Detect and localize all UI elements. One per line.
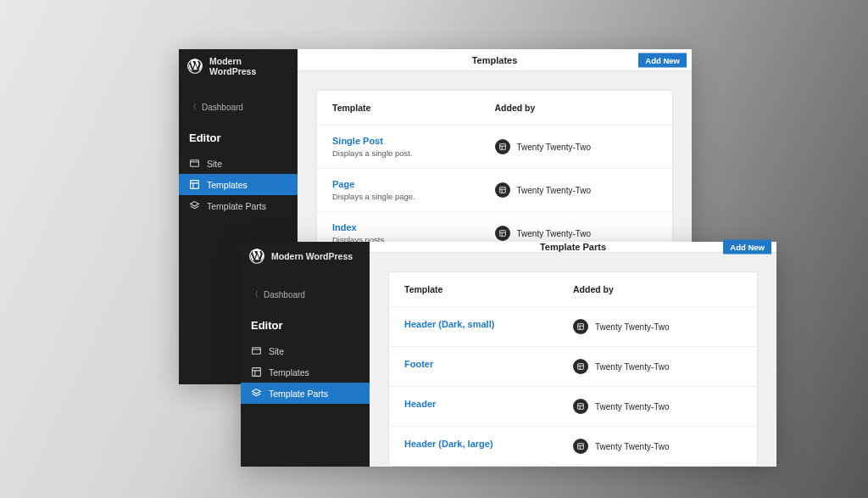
site-header[interactable]: Modern WordPress [179, 49, 298, 83]
template-name-link[interactable]: Page [332, 179, 495, 189]
site-name: Modern WordPress [209, 56, 289, 76]
theme-name: Twenty Twenty-Two [595, 322, 670, 332]
editor-title: Editor [241, 309, 370, 340]
sidebar-item-templates[interactable]: Templates [179, 174, 298, 195]
template-part-name-link[interactable]: Header (Dark, small) [404, 319, 573, 329]
template-desc: Displays a single post. [332, 148, 495, 158]
theme-icon [495, 182, 510, 198]
table-row[interactable]: Page Displays a single page. Twenty Twen… [317, 169, 672, 212]
sidebar-item-label: Site [207, 159, 222, 169]
add-new-button[interactable]: Add New [638, 53, 687, 67]
sidebar-item-label: Template Parts [269, 389, 328, 399]
theme-icon [495, 139, 510, 154]
sidebar-item-label: Site [269, 346, 284, 356]
layout-icon [251, 367, 262, 378]
table-row[interactable]: Header (Dark, small) Twenty Twenty-Two [389, 307, 757, 347]
col-header-template: Template [404, 284, 573, 294]
sidebar-item-template-parts[interactable]: Template Parts [179, 195, 298, 216]
template-desc: Displays a single page. [332, 192, 495, 201]
chevron-left-icon: 〈 [189, 102, 197, 113]
theme-name: Twenty Twenty-Two [517, 229, 592, 238]
template-name-link[interactable]: Index [332, 222, 495, 232]
wordpress-logo-icon [187, 59, 203, 74]
svg-rect-9 [578, 324, 584, 330]
table-row[interactable]: Footer Twenty Twenty-Two [389, 347, 757, 387]
svg-rect-8 [253, 368, 261, 377]
symbol-icon [189, 200, 200, 211]
col-header-template: Template [332, 103, 495, 113]
theme-icon [495, 226, 510, 241]
editor-title: Editor [179, 121, 298, 153]
table-header: Template Added by [317, 91, 672, 126]
back-label: Dashboard [202, 103, 243, 112]
template-part-name-link[interactable]: Header (Dark, large) [404, 439, 573, 449]
sidebar-item-label: Templates [207, 180, 248, 190]
theme-name: Twenty Twenty-Two [517, 186, 592, 195]
sidebar-item-templates[interactable]: Templates [241, 361, 370, 383]
sidebar-item-site[interactable]: Site [179, 153, 298, 174]
theme-icon [573, 319, 588, 334]
svg-rect-2 [191, 181, 199, 189]
sidebar-item-template-parts[interactable]: Template Parts [241, 383, 370, 404]
svg-rect-4 [499, 187, 505, 193]
browse-icon [251, 345, 262, 356]
add-new-button[interactable]: Add New [723, 240, 771, 255]
sidebar-item-label: Templates [269, 367, 309, 378]
site-name: Modern WordPress [271, 251, 353, 261]
browse-icon [189, 158, 200, 169]
svg-rect-7 [253, 348, 261, 355]
theme-icon [573, 359, 588, 374]
templates-table: Template Added by Single Post Displays a… [316, 90, 673, 255]
template-parts-table: Template Added by Header (Dark, small) T… [388, 271, 758, 467]
template-part-name-link[interactable]: Header [404, 399, 573, 409]
theme-name: Twenty Twenty-Two [595, 402, 670, 411]
symbol-icon [251, 388, 262, 399]
table-row[interactable]: Single Post Displays a single post. Twen… [317, 126, 672, 169]
theme-name: Twenty Twenty-Two [517, 143, 592, 152]
page-title: Template Parts [540, 242, 606, 252]
sidebar: Modern WordPress 〈 Dashboard Editor Site… [241, 242, 370, 467]
go-back-dashboard[interactable]: 〈 Dashboard [179, 93, 298, 121]
col-header-added: Added by [495, 103, 658, 113]
template-name-link[interactable]: Single Post [332, 136, 495, 146]
svg-rect-3 [499, 144, 505, 150]
svg-rect-12 [578, 444, 584, 450]
theme-name: Twenty Twenty-Two [595, 362, 670, 372]
table-row[interactable]: Header Twenty Twenty-Two [389, 387, 757, 427]
theme-icon [573, 399, 588, 414]
svg-rect-10 [578, 364, 584, 370]
topbar: Template Parts Add New [370, 242, 776, 253]
svg-rect-11 [578, 404, 584, 410]
sidebar-item-label: Template Parts [207, 201, 266, 211]
theme-icon [573, 439, 588, 454]
table-header: Template Added by [389, 272, 757, 307]
theme-name: Twenty Twenty-Two [595, 442, 670, 451]
topbar: Templates Add New [298, 49, 692, 71]
back-label: Dashboard [264, 290, 305, 299]
window-template-parts: Modern WordPress 〈 Dashboard Editor Site… [241, 242, 776, 467]
sidebar-item-site[interactable]: Site [241, 340, 370, 361]
col-header-added: Added by [573, 284, 742, 294]
svg-rect-1 [191, 160, 199, 167]
chevron-left-icon: 〈 [251, 289, 259, 300]
svg-rect-5 [499, 231, 505, 237]
wordpress-logo-icon [249, 249, 264, 264]
layout-icon [189, 179, 200, 190]
content-area: Template Parts Add New Template Added by… [370, 242, 776, 467]
page-title: Templates [472, 55, 518, 65]
template-part-name-link[interactable]: Footer [404, 359, 573, 369]
table-row[interactable]: Header (Dark, large) Twenty Twenty-Two [389, 427, 757, 466]
go-back-dashboard[interactable]: 〈 Dashboard [241, 281, 370, 309]
site-header[interactable]: Modern WordPress [241, 242, 370, 271]
